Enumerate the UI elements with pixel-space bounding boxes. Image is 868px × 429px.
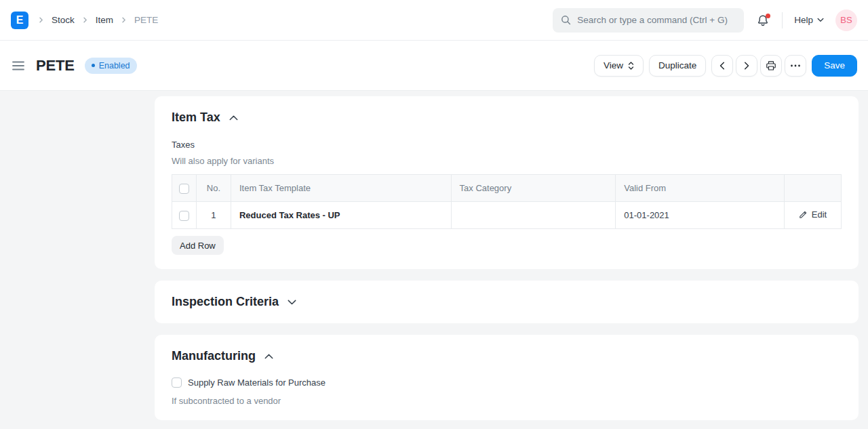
notification-dot — [766, 14, 770, 18]
save-button-label: Save — [824, 60, 845, 70]
column-header-actions — [784, 175, 841, 202]
hamburger-icon — [12, 61, 24, 70]
chevron-right-icon — [82, 17, 88, 23]
help-menu[interactable]: Help — [794, 15, 824, 25]
sort-chevrons-icon — [628, 61, 634, 70]
navbar: E Stock Item PETE — [0, 0, 868, 41]
row-edit-button[interactable]: Edit — [799, 209, 827, 220]
breadcrumb-item[interactable]: Item — [96, 15, 113, 25]
row-checkbox[interactable] — [179, 211, 189, 221]
duplicate-button-label: Duplicate — [658, 60, 696, 70]
chevron-up-icon — [264, 354, 273, 359]
search-icon — [561, 15, 571, 25]
item-tax-table: No. Item Tax Template Tax Category Valid… — [172, 174, 842, 229]
chevron-down-icon — [817, 18, 824, 22]
chevron-right-icon — [38, 17, 44, 23]
navbar-left: E Stock Item PETE — [11, 12, 158, 29]
select-all-checkbox[interactable] — [179, 184, 189, 194]
form-body: Item Tax Taxes Will also apply for varia… — [155, 96, 859, 420]
app-logo[interactable]: E — [11, 12, 28, 29]
pencil-icon — [799, 210, 808, 219]
chevron-right-icon — [744, 62, 749, 70]
next-document-button[interactable] — [736, 55, 757, 77]
column-header-no: No. — [196, 175, 231, 202]
more-actions-button[interactable] — [785, 55, 806, 77]
row-edit-label: Edit — [812, 209, 827, 220]
table-header-row: No. Item Tax Template Tax Category Valid… — [172, 175, 842, 202]
chevron-left-icon — [719, 62, 725, 70]
supply-raw-materials-label: Supply Raw Materials for Purchase — [188, 377, 326, 388]
duplicate-button[interactable]: Duplicate — [649, 55, 706, 77]
ellipsis-icon — [790, 64, 801, 67]
status-badge-label: Enabled — [99, 61, 130, 70]
section-inspection-criteria: Inspection Criteria — [155, 281, 859, 323]
supply-raw-materials-description: If subcontracted to a vendor — [172, 396, 842, 406]
avatar-initials: BS — [840, 15, 852, 25]
tax-category-cell[interactable] — [451, 202, 616, 229]
breadcrumb-stock[interactable]: Stock — [52, 15, 75, 25]
sidebar-toggle-button[interactable] — [11, 60, 26, 72]
section-item-tax-title: Item Tax — [172, 110, 220, 125]
previous-document-button[interactable] — [711, 55, 733, 77]
print-button[interactable] — [760, 55, 782, 77]
page-header-left: PETE Enabled — [11, 57, 137, 75]
breadcrumb-current: PETE — [134, 15, 158, 25]
app-logo-letter: E — [16, 15, 24, 26]
section-manufacturing-title: Manufacturing — [172, 349, 256, 363]
search-input[interactable] — [577, 15, 736, 25]
column-header-valid-from: Valid From — [616, 175, 785, 202]
column-header-item-tax-template: Item Tax Template — [231, 175, 451, 202]
supply-raw-materials-checkbox[interactable] — [172, 377, 182, 388]
view-button[interactable]: View — [594, 55, 644, 77]
table-row: 1 Reduced Tax Rates - UP 01-01-2021 Edit — [172, 202, 842, 229]
chevron-right-icon — [121, 17, 127, 23]
help-label: Help — [794, 15, 813, 25]
navbar-right: Help BS — [553, 8, 857, 33]
section-inspection-criteria-header[interactable]: Inspection Criteria — [172, 295, 296, 309]
global-search[interactable] — [553, 8, 744, 33]
avatar[interactable]: BS — [835, 9, 857, 31]
valid-from-cell[interactable]: 01-01-2021 — [616, 202, 785, 229]
item-tax-template-cell[interactable]: Reduced Tax Rates - UP — [231, 202, 451, 229]
page-header-actions: View Duplicate — [594, 55, 857, 77]
section-item-tax: Item Tax Taxes Will also apply for varia… — [155, 96, 859, 269]
section-inspection-criteria-title: Inspection Criteria — [172, 295, 279, 309]
save-button[interactable]: Save — [812, 55, 857, 77]
printer-icon — [766, 60, 776, 71]
taxes-field-description: Will also apply for variants — [172, 156, 842, 166]
status-dot — [92, 64, 95, 67]
page-header: PETE Enabled View Duplicate — [0, 41, 868, 91]
status-badge: Enabled — [85, 58, 137, 74]
section-manufacturing-header[interactable]: Manufacturing — [172, 349, 273, 363]
supply-raw-materials-field[interactable]: Supply Raw Materials for Purchase — [172, 377, 842, 388]
navbar-divider — [782, 12, 783, 28]
chevron-down-icon — [288, 300, 296, 305]
add-row-button[interactable]: Add Row — [172, 236, 224, 255]
column-header-tax-category: Tax Category — [451, 175, 616, 202]
notifications-button[interactable] — [755, 13, 770, 28]
row-number-cell: 1 — [196, 202, 231, 229]
view-button-label: View — [604, 60, 623, 70]
chevron-up-icon — [229, 115, 238, 121]
section-item-tax-header[interactable]: Item Tax — [172, 110, 238, 125]
breadcrumb: Stock Item PETE — [38, 15, 158, 25]
page-title: PETE — [36, 57, 75, 75]
section-manufacturing: Manufacturing Supply Raw Materials for P… — [155, 335, 859, 420]
taxes-field-label: Taxes — [172, 140, 842, 150]
